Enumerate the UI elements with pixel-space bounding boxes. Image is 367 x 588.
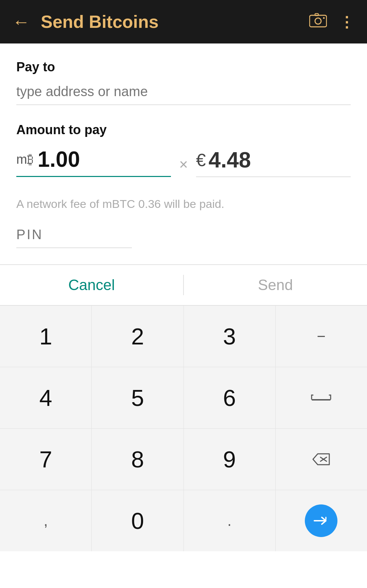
key-enter[interactable] — [305, 504, 337, 537]
key-backspace[interactable] — [276, 429, 367, 490]
send-button[interactable]: Send — [184, 277, 367, 293]
more-options-icon[interactable]: ⋮ — [339, 13, 355, 31]
app-header: ← Send Bitcoins ⋮ — [0, 0, 367, 43]
btc-amount-input[interactable] — [38, 147, 171, 172]
key-minus[interactable]: − — [276, 306, 367, 367]
back-button[interactable]: ← — [12, 13, 30, 31]
keypad: 1 2 3 − 4 5 6 7 8 9 , 0 — [0, 306, 367, 551]
pay-to-label: Pay to — [16, 60, 351, 74]
fiat-unit: € — [196, 150, 206, 170]
key-space[interactable] — [276, 367, 367, 428]
key-2[interactable]: 2 — [92, 306, 184, 367]
key-dot[interactable]: . — [184, 490, 276, 551]
key-8[interactable]: 8 — [92, 429, 184, 490]
amount-label: Amount to pay — [16, 123, 351, 137]
address-input-wrapper — [16, 84, 351, 105]
svg-point-1 — [315, 18, 321, 24]
key-4[interactable]: 4 — [0, 367, 92, 428]
svg-rect-0 — [310, 15, 327, 27]
keypad-row-2: 4 5 6 — [0, 367, 367, 429]
btc-amount-wrapper: m₿ — [16, 147, 171, 177]
form-area: Pay to Amount to pay m₿ × € 4.48 A netwo… — [0, 43, 367, 248]
pay-to-section: Pay to — [16, 60, 351, 105]
key-6[interactable]: 6 — [184, 367, 276, 428]
svg-rect-4 — [312, 399, 331, 400]
key-0[interactable]: 0 — [92, 490, 184, 551]
fee-text: A network fee of mBTC 0.36 will be paid. — [16, 197, 351, 211]
action-buttons: Cancel Send — [0, 265, 367, 306]
camera-icon[interactable] — [309, 12, 327, 31]
key-7[interactable]: 7 — [0, 429, 92, 490]
pin-input[interactable] — [16, 227, 132, 242]
key-1[interactable]: 1 — [0, 306, 92, 367]
header-actions: ⋮ — [309, 12, 355, 31]
fiat-value: 4.48 — [209, 147, 251, 173]
keypad-row-3: 7 8 9 — [0, 429, 367, 490]
key-9[interactable]: 9 — [184, 429, 276, 490]
amount-fields: m₿ × € 4.48 — [16, 147, 351, 177]
address-input[interactable] — [16, 84, 351, 99]
keypad-row-4: , 0 . — [0, 490, 367, 551]
keypad-row-1: 1 2 3 − — [0, 306, 367, 367]
svg-rect-2 — [315, 14, 318, 16]
key-enter-wrapper — [276, 490, 367, 551]
fiat-amount-wrapper: € 4.48 — [196, 147, 351, 177]
page-title: Send Bitcoins — [41, 12, 309, 32]
key-5[interactable]: 5 — [92, 367, 184, 428]
key-3[interactable]: 3 — [184, 306, 276, 367]
amount-separator: × — [171, 156, 196, 177]
btc-unit: m₿ — [16, 152, 34, 167]
amount-section: Amount to pay m₿ × € 4.48 — [16, 123, 351, 177]
pin-wrapper — [16, 227, 132, 248]
cancel-button[interactable]: Cancel — [0, 277, 183, 293]
svg-point-3 — [323, 17, 325, 19]
key-comma[interactable]: , — [0, 490, 92, 551]
